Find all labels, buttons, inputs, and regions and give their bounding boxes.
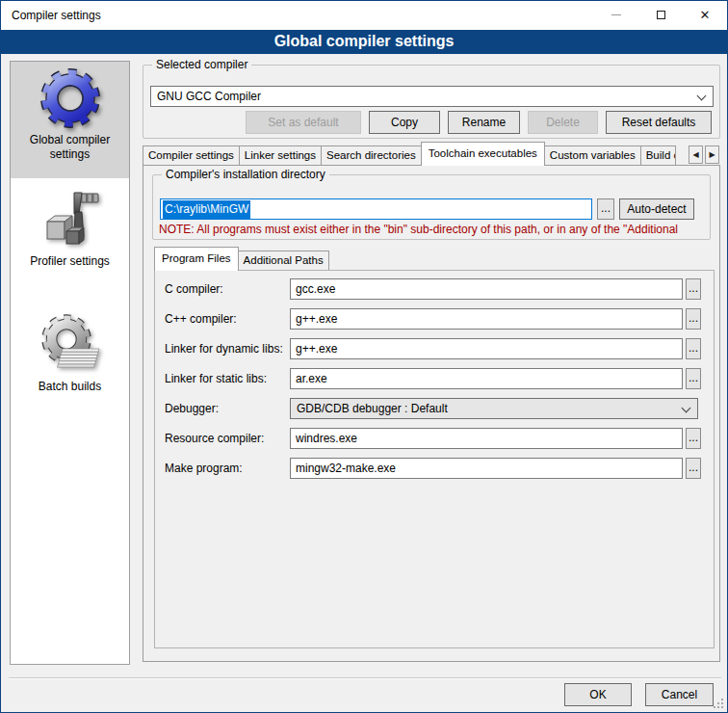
resource-compiler-browse-button[interactable]: ...: [686, 428, 701, 449]
settings-category-list: Global compiler settings Pr: [10, 61, 130, 665]
linker-dynamic-label: Linker for dynamic libs:: [165, 338, 283, 359]
caliper-icon: [39, 189, 101, 251]
maximize-icon: [657, 11, 665, 19]
sidebar-item-label: Batch builds: [11, 378, 129, 400]
debugger-label: Debugger:: [165, 398, 219, 419]
compiler-buttons-row: Set as default Copy Rename Delete Reset …: [246, 111, 712, 134]
minimize-icon: [611, 14, 621, 15]
tab-toolchain-executables[interactable]: Toolchain executables: [421, 142, 545, 166]
tab-search-directories[interactable]: Search directories: [321, 145, 422, 166]
bin-subdirectory-note: NOTE: All programs must exist either in …: [159, 223, 712, 238]
auto-detect-button[interactable]: Auto-detect: [619, 198, 694, 220]
c-compiler-input[interactable]: [290, 278, 683, 300]
tab-additional-paths[interactable]: Additional Paths: [238, 251, 329, 271]
chevron-down-icon: [697, 92, 707, 101]
resource-compiler-input[interactable]: [290, 428, 683, 449]
delete-button[interactable]: Delete: [528, 111, 598, 134]
minimize-button[interactable]: [594, 1, 638, 29]
install-dir-input[interactable]: C:\raylib\MinGW: [160, 198, 592, 220]
ok-button[interactable]: OK: [564, 683, 632, 706]
close-button[interactable]: ✕: [683, 1, 727, 29]
install-dir-browse-button[interactable]: ...: [597, 198, 614, 220]
maximize-button[interactable]: [638, 1, 683, 29]
program-files-tabs: Program Files Additional Paths: [154, 249, 328, 271]
linker-static-label: Linker for static libs:: [165, 368, 267, 389]
linker-static-input[interactable]: [290, 368, 683, 389]
cancel-button[interactable]: Cancel: [645, 683, 714, 706]
sidebar-item-profiler-settings[interactable]: Profiler settings: [11, 183, 129, 275]
cpp-compiler-browse-button[interactable]: ...: [686, 308, 701, 330]
tab-compiler-settings[interactable]: Compiler settings: [143, 145, 240, 166]
sidebar-item-label: Profiler settings: [11, 252, 129, 275]
linker-dynamic-browse-button[interactable]: ...: [686, 338, 701, 359]
arrow-right-icon: ▶: [709, 150, 715, 159]
reset-defaults-button[interactable]: Reset defaults: [606, 111, 712, 134]
rename-button[interactable]: Rename: [448, 111, 520, 134]
sidebar-item-label: Global compiler settings: [11, 131, 129, 168]
install-dir-selected-text: C:\raylib\MinGW: [163, 200, 250, 219]
set-as-default-button[interactable]: Set as default: [246, 111, 361, 134]
copy-button[interactable]: Copy: [369, 111, 440, 134]
arrow-left-icon: ◀: [692, 150, 698, 159]
chevron-down-icon: [682, 404, 691, 413]
compiler-select-value: GNU GCC Compiler: [157, 90, 261, 103]
cpp-compiler-label: C++ compiler:: [165, 308, 237, 330]
tab-program-files[interactable]: Program Files: [154, 247, 239, 271]
sidebar-item-global-compiler-settings[interactable]: Global compiler settings: [11, 62, 129, 178]
debugger-select-value: GDB/CDB debugger : Default: [297, 402, 448, 415]
linker-dynamic-input[interactable]: [290, 338, 683, 359]
compiler-settings-window: Compiler settings ✕ Global compiler sett…: [0, 0, 728, 713]
footer-separator: [9, 677, 721, 679]
debugger-select[interactable]: GDB/CDB debugger : Default: [290, 398, 698, 419]
c-compiler-browse-button[interactable]: ...: [686, 278, 701, 300]
make-program-browse-button[interactable]: ...: [686, 458, 701, 479]
linker-static-browse-button[interactable]: ...: [686, 368, 701, 389]
blue-gear-icon: [39, 67, 101, 129]
resource-compiler-label: Resource compiler:: [165, 428, 264, 449]
cpp-compiler-input[interactable]: [290, 308, 683, 330]
selected-compiler-group-label: Selected compiler: [152, 58, 251, 71]
c-compiler-label: C compiler:: [165, 278, 223, 300]
titlebar: Compiler settings ✕: [1, 1, 727, 30]
make-program-label: Make program:: [165, 458, 243, 479]
page-title: Global compiler settings: [1, 30, 727, 54]
tab-custom-variables[interactable]: Custom variables: [544, 145, 641, 166]
compiler-select[interactable]: GNU GCC Compiler: [150, 86, 714, 107]
tab-build-options[interactable]: Build options: [640, 145, 676, 166]
make-program-input[interactable]: [290, 458, 683, 479]
close-icon: ✕: [700, 9, 711, 21]
gray-gear-papers-icon: [39, 314, 101, 376]
window-title: Compiler settings: [12, 1, 101, 30]
tab-scroll-buttons: ◀ ▶: [689, 145, 719, 164]
settings-tabs: Compiler settings Linker settings Search…: [143, 145, 675, 166]
tab-scroll-left-button[interactable]: ◀: [689, 145, 703, 164]
sidebar-item-batch-builds[interactable]: Batch builds: [11, 308, 129, 400]
tab-linker-settings[interactable]: Linker settings: [239, 145, 322, 166]
installation-directory-group-label: Compiler's installation directory: [162, 168, 329, 181]
tab-scroll-right-button[interactable]: ▶: [705, 145, 719, 164]
resize-grip[interactable]: [713, 698, 723, 708]
